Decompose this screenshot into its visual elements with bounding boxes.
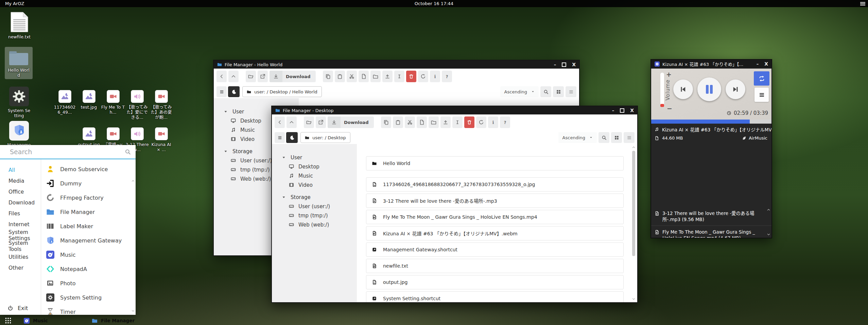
desktop-icon-video[interactable]: 【歌ってみた】あの夏が飽... bbox=[149, 90, 173, 120]
toolbar-download-button[interactable]: Download bbox=[270, 71, 316, 82]
toolbar-cut-button[interactable] bbox=[347, 71, 357, 82]
toolbar-cut-button[interactable] bbox=[405, 116, 415, 128]
grid-view-button[interactable] bbox=[553, 86, 564, 97]
toolbar-upload-button[interactable] bbox=[440, 116, 451, 128]
category-system-settings[interactable]: System Settings bbox=[0, 230, 41, 241]
playlist-scrollbar[interactable] bbox=[767, 208, 771, 236]
titlebar[interactable]: File Manager - Desktop – X bbox=[272, 106, 637, 114]
category-utilities[interactable]: Utilities bbox=[0, 252, 41, 263]
topbar-menu-icon[interactable] bbox=[860, 2, 865, 5]
next-button[interactable] bbox=[726, 79, 745, 99]
app-item-notepada[interactable]: NotepadA bbox=[41, 262, 136, 276]
sort-order-select[interactable]: Ascending bbox=[558, 132, 597, 143]
sidebar-item-desktop[interactable]: Desktop bbox=[272, 162, 357, 171]
category-system-tools[interactable]: System Tools bbox=[0, 241, 41, 252]
file-row[interactable]: Management Gateway.shortcut bbox=[366, 242, 624, 257]
repeat-button[interactable] bbox=[754, 71, 769, 86]
toolbar-help-button[interactable]: ? bbox=[500, 116, 510, 128]
file-row[interactable]: newfile.txt bbox=[366, 259, 624, 273]
playlist-button[interactable] bbox=[754, 88, 769, 102]
category-download[interactable]: Download bbox=[0, 197, 41, 208]
desktop-icon-hello-world[interactable]: Hello World bbox=[5, 47, 33, 79]
pause-button[interactable] bbox=[697, 77, 721, 101]
toolbar-upload-button[interactable] bbox=[382, 71, 393, 82]
toolbar-up-button[interactable] bbox=[228, 71, 239, 82]
toolbar-paste-button[interactable] bbox=[335, 71, 345, 82]
side-menu-button[interactable] bbox=[275, 132, 285, 143]
titlebar[interactable]: Kizuna AI × 花譜 #63 「かりそめ」【... – X bbox=[651, 60, 771, 68]
titlebar[interactable]: File Manager - Hello World – X bbox=[214, 60, 579, 69]
playlist-item[interactable]: 3-12 There will be love there -愛のある場所-.m… bbox=[651, 207, 771, 226]
app-launcher-button[interactable] bbox=[5, 317, 12, 324]
volume-slider-handle[interactable] bbox=[660, 104, 664, 107]
desktop-icon-newfile-txt[interactable]: newfile.txt bbox=[7, 12, 31, 39]
minimize-button[interactable]: – bbox=[612, 108, 614, 113]
sidebar-item-video[interactable]: Video bbox=[272, 180, 357, 189]
toolbar-new-file-button[interactable] bbox=[359, 71, 369, 82]
sidebar-item-user[interactable]: User (user:/) bbox=[272, 202, 357, 211]
category-other[interactable]: Other bbox=[0, 263, 41, 273]
search-input[interactable] bbox=[9, 148, 125, 156]
category-internet[interactable]: Internet bbox=[0, 219, 41, 230]
minimize-button[interactable]: – bbox=[757, 61, 759, 67]
toolbar-rename-button[interactable] bbox=[394, 71, 404, 82]
app-item-music[interactable]: Music bbox=[41, 248, 136, 262]
desktop-icon-management-gateway[interactable]: Manageme bbox=[7, 121, 31, 147]
taskbar-item-music[interactable]: Music bbox=[24, 317, 48, 324]
sidebar-item-tmp[interactable]: tmp (tmp:/) bbox=[272, 211, 357, 220]
toolbar-delete-button[interactable] bbox=[406, 71, 416, 82]
app-item-system-setting[interactable]: System Setting bbox=[41, 290, 136, 305]
sidebar-group-storage[interactable]: Storage bbox=[272, 193, 357, 202]
app-item-timer[interactable]: Timer bbox=[41, 305, 136, 315]
close-button[interactable]: X bbox=[630, 108, 634, 113]
toolbar-open-in-new-button[interactable] bbox=[316, 116, 326, 128]
close-button[interactable]: X bbox=[764, 61, 768, 67]
toolbar-delete-button[interactable] bbox=[464, 116, 474, 128]
dark-mode-button[interactable] bbox=[228, 86, 240, 97]
toolbar-open-button[interactable] bbox=[246, 71, 256, 82]
app-item-dummy[interactable]: Dummy bbox=[41, 176, 136, 191]
sidebar-item-music[interactable]: Music bbox=[272, 171, 357, 180]
toolbar-copy-button[interactable] bbox=[323, 71, 333, 82]
volume-slider[interactable] bbox=[660, 73, 664, 107]
list-view-button[interactable] bbox=[624, 132, 635, 143]
list-view-button[interactable] bbox=[566, 86, 576, 97]
scrollbar[interactable] bbox=[631, 145, 636, 302]
app-item-file-manager[interactable]: File Manager bbox=[41, 205, 136, 219]
desktop-icon-video[interactable]: Fly Me To Th... bbox=[101, 90, 125, 120]
desktop-icon-video[interactable]: Kizuna AI × ... bbox=[149, 127, 173, 152]
progress-bar[interactable] bbox=[651, 120, 771, 124]
toolbar-new-folder-button[interactable] bbox=[370, 71, 381, 82]
desktop-icon-audio[interactable]: 【歌ってみた】愛にできる... bbox=[125, 90, 149, 120]
path-breadcrumb[interactable]: user: / Desktop bbox=[300, 132, 350, 143]
app-item-ffmpeg-factory[interactable]: FFmpeg Factory bbox=[41, 191, 136, 205]
file-row[interactable]: Kizuna AI × 花譜 #63 「かりそめ」【オリジナルMV】.webm bbox=[366, 226, 624, 240]
category-media[interactable]: Media bbox=[0, 176, 41, 186]
app-item-management-gateway[interactable]: Management Gateway bbox=[41, 233, 136, 248]
dark-mode-button[interactable] bbox=[286, 132, 298, 143]
toolbar-up-button[interactable] bbox=[287, 116, 297, 128]
app-list-scrollbar[interactable] bbox=[131, 159, 135, 315]
toolbar-download-button[interactable]: Download bbox=[328, 116, 374, 128]
file-row[interactable]: 3-12 There will be love there -愛のある場所-.m… bbox=[366, 194, 624, 208]
file-row[interactable]: output.jpg bbox=[366, 275, 624, 289]
maximize-button[interactable] bbox=[562, 62, 566, 67]
app-item-demo-subservice[interactable]: Demo Subservice bbox=[41, 162, 136, 176]
category-office[interactable]: Office bbox=[0, 186, 41, 197]
desktop-icon-image[interactable]: 117346026_49... bbox=[53, 90, 77, 120]
minimize-button[interactable]: – bbox=[554, 62, 556, 67]
search-button[interactable] bbox=[598, 132, 609, 143]
desktop-icon-system-setting[interactable]: System Setting bbox=[7, 87, 31, 118]
maximize-button[interactable] bbox=[620, 108, 624, 113]
toolbar-back-button[interactable] bbox=[275, 116, 285, 128]
taskbar-item-file-manager[interactable]: File Manager bbox=[92, 317, 135, 324]
side-menu-button[interactable] bbox=[216, 86, 227, 97]
file-row[interactable]: Fly Me To The Moon _ Gawr Gura Sings _ H… bbox=[366, 210, 624, 224]
toolbar-paste-button[interactable] bbox=[393, 116, 403, 128]
toolbar-properties-button[interactable]: i bbox=[488, 116, 498, 128]
previous-button[interactable] bbox=[673, 79, 693, 99]
sort-order-select[interactable]: Ascending bbox=[500, 86, 539, 97]
desktop-icon-image[interactable]: test.jpg bbox=[77, 90, 101, 120]
exit-button[interactable]: Exit bbox=[7, 305, 28, 311]
file-row[interactable]: 117346026_4968186883206677_3276783073763… bbox=[366, 177, 624, 192]
